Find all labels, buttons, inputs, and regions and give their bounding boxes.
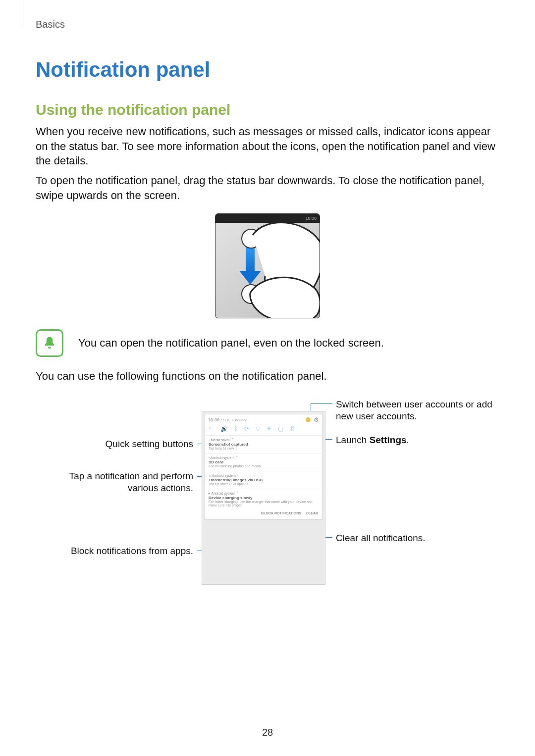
page-title: Notification panel [36,58,499,82]
panel-time: 10:00 · Sun, 1 January [208,417,247,422]
callout-launch-settings-pre: Launch [336,435,370,445]
bell-icon [36,329,63,357]
notif-sub: Tap for other USB options. [209,482,319,486]
panel-footer: BLOCK NOTIFICATIONS CLEAR [205,510,322,515]
wifi-icon[interactable]: ᯤ [208,425,214,432]
margin-rule [23,0,23,26]
section-label: Basics [36,19,499,30]
notification-item[interactable]: ▫ Media saved ˅ Screenshot captured Tap … [205,436,322,454]
figure-status-time: 10:00 [305,216,317,221]
notif-title: Transferring images via USB [209,478,319,482]
notif-app: Android system [211,456,234,459]
hand-illustration [245,221,320,318]
panel-header: 10:00 · Sun, 1 January ⚙ [205,414,322,423]
callout-launch-settings-post: . [407,435,409,445]
rotate-icon[interactable]: ⟳ [244,425,249,432]
notification-panel-diagram: Switch between user accounts or add new … [36,399,499,606]
callout-quick-settings: Quick setting buttons [69,438,193,450]
callout-launch-settings-bold: Settings [370,435,407,445]
notif-title: SD card [209,460,319,464]
notif-app: Android system [212,492,235,495]
location-icon[interactable]: ▽ [256,425,260,432]
clear-notifications-button[interactable]: CLEAR [306,511,318,515]
page-number: 28 [0,727,535,738]
panel-date: Sun, 1 January [223,418,247,422]
callout-switch-users: Switch between user accounts or add new … [336,399,494,422]
sound-icon[interactable]: 🔊 [220,425,228,432]
notification-item[interactable]: ▪ Android system ˅ SD card For transferr… [205,454,322,471]
notif-sub: Tap here to view it. [209,447,319,450]
power-icon[interactable]: ▢ [278,425,283,432]
page-content: Basics Notification panel Using the noti… [0,0,535,606]
notification-item[interactable]: ◇ Android system Transferring images via… [205,471,322,489]
notif-sub: For faster charging, use the charger tha… [209,500,319,507]
swipe-down-figure: 10:00 [215,213,320,318]
panel-body: 10:00 · Sun, 1 January ⚙ ᯤ 🔊 ᛒ ⟳ ▽ ✈ ▢ ⇵ [205,414,322,520]
flashlight-icon[interactable]: ⇵ [290,425,295,432]
block-notifications-button[interactable]: BLOCK NOTIFICATIONS [261,511,301,515]
notif-title: Device charging slowly [209,496,319,500]
user-account-icon[interactable] [306,417,311,422]
callout-clear-all: Clear all notifications. [336,532,426,544]
paragraph-intro-2: To open the notification panel, drag the… [36,173,499,202]
paragraph-intro-1: When you receive new notifications, such… [36,124,499,168]
airplane-icon[interactable]: ✈ [267,425,271,432]
notif-title: Screenshot captured [209,442,319,447]
notification-panel-mock: 10:00 · Sun, 1 January ⚙ ᯤ 🔊 ᛒ ⟳ ▽ ✈ ▢ ⇵ [202,411,325,585]
gear-icon[interactable]: ⚙ [314,416,319,423]
note-text: You can open the notification panel, eve… [78,337,384,350]
quick-settings-row[interactable]: ᯤ 🔊 ᛒ ⟳ ▽ ✈ ▢ ⇵ [205,423,322,436]
subsection-title: Using the notification panel [36,101,499,118]
notification-item[interactable]: ▸ Android system ˅ Device charging slowl… [205,489,322,510]
panel-time-value: 10:00 [208,417,219,422]
callout-launch-settings: Launch Settings. [336,434,409,446]
paragraph-functions-intro: You can use the following functions on t… [36,369,499,384]
callout-tap-notification: Tap a notification and perform various a… [45,470,193,494]
leader-line [311,403,332,404]
notif-app: Android system [212,474,236,477]
note-row: You can open the notification panel, eve… [36,329,499,357]
notif-sub: For transferring photos and media [209,464,319,468]
bluetooth-icon[interactable]: ᛒ [234,425,238,432]
callout-block-notifications: Block notifications from apps. [64,545,193,557]
notif-app: Media saved [211,438,230,442]
